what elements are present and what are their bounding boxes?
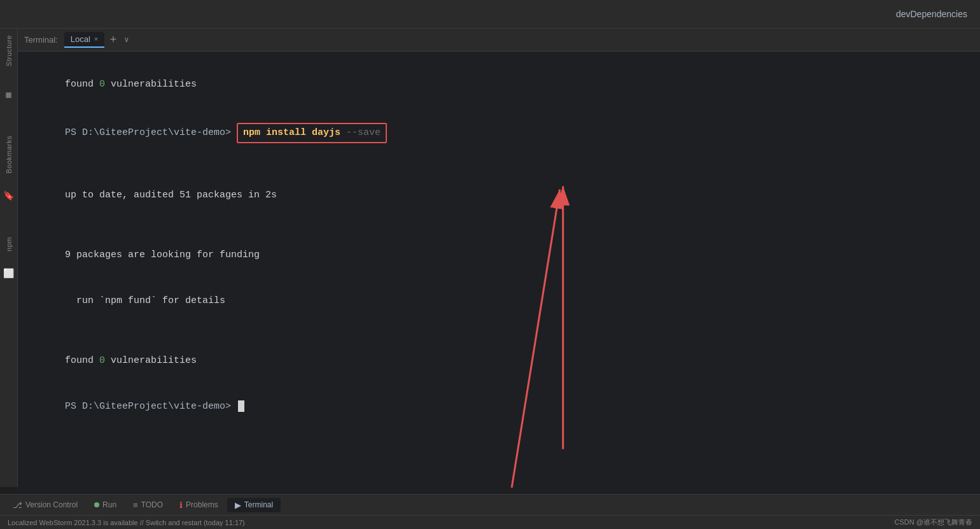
sidebar-icon-npm-icon[interactable]: ⬜ (3, 264, 14, 283)
terminal-line-5: run `npm fund` for details (31, 278, 967, 324)
sidebar-tab-bookmarks[interactable]: Bookmarks (3, 129, 15, 180)
bottom-tabs: ⎇ Version Control Run ≡ TODO ℹ Problems … (0, 495, 980, 516)
bottom-tab-version-control[interactable]: ⎇ Version Control (5, 498, 85, 512)
packages-text: 9 packages are looking for funding (65, 250, 260, 260)
terminal-add-button[interactable]: + (107, 34, 119, 46)
bottom-tab-run[interactable]: Run (87, 498, 124, 512)
sidebar-tab-structure[interactable]: Structure (3, 29, 15, 73)
todo-icon: ≡ (133, 500, 138, 510)
terminal-label-bottom: Terminal (244, 500, 273, 509)
terminal-tab-close-icon[interactable]: × (94, 36, 99, 43)
line-gap-2 (31, 218, 967, 232)
prompt-text-1: PS D:\GiteeProject\vite-demo> (65, 127, 237, 138)
top-bar-text: devDependencies (896, 9, 967, 19)
sidebar-tab-npm[interactable]: npm (3, 230, 15, 258)
sidebar-icon-grid[interactable]: ▦ (6, 85, 11, 104)
cmd-save: --save (346, 127, 381, 138)
terminal-line-2: PS D:\GiteeProject\vite-demo> npm instal… (31, 108, 967, 159)
found-text-2: found (65, 355, 99, 366)
terminal-tab-name: Local (71, 34, 90, 44)
terminal-icon: ▶ (235, 500, 241, 510)
top-bar: devDependencies (0, 0, 980, 29)
todo-label: TODO (141, 500, 163, 509)
vuln-text-2: vulnerabilities (105, 355, 197, 366)
line-gap-3 (31, 324, 967, 338)
bottom-tab-terminal[interactable]: ▶ Terminal (227, 498, 281, 512)
status-left-text: Localized WebStorm 2021.3.3 is available… (8, 519, 245, 526)
terminal-container: Terminal: Local × + ∨ found 0 vulnerabil… (18, 29, 980, 494)
terminal-line-3: up to date, audited 51 packages in 2s (31, 173, 967, 218)
terminal-label: Terminal: (24, 35, 58, 45)
terminal-line-4: 9 packages are looking for funding (31, 232, 967, 278)
prompt-text-2: PS D:\GiteeProject\vite-demo> (65, 401, 237, 412)
bottom-status: Localized WebStorm 2021.3.3 is available… (0, 516, 980, 529)
vuln-text-1: vulnerabilities (105, 79, 197, 90)
status-right-text: CSDN @谁不想飞舞青春 (895, 518, 972, 527)
line-gap-1 (31, 159, 967, 173)
run-label: Run (102, 500, 116, 509)
terminal-tab-local[interactable]: Local × (64, 32, 105, 48)
run-dot-icon (94, 502, 99, 507)
bottom-tab-todo[interactable]: ≡ TODO (125, 498, 171, 512)
left-sidebar: Structure ▦ Bookmarks 🔖 npm ⬜ (0, 29, 18, 487)
terminal-tabbar: Terminal: Local × + ∨ (18, 29, 980, 52)
terminal-dropdown-button[interactable]: ∨ (122, 35, 131, 45)
problems-label: Problems (186, 500, 218, 509)
audit-text: up to date, audited 51 packages in 2s (65, 190, 277, 201)
terminal-line-6: found 0 vulnerabilities (31, 338, 967, 384)
version-control-label: Version Control (25, 500, 78, 509)
terminal-line-1: found 0 vulnerabilities (31, 62, 967, 108)
run-fund-text: run `npm fund` for details (65, 295, 225, 306)
problems-icon: ℹ (179, 500, 183, 510)
bottom-tab-problems[interactable]: ℹ Problems (172, 498, 226, 512)
bottom-bar: ⎇ Version Control Run ≡ TODO ℹ Problems … (0, 494, 980, 529)
found-text-1: found (65, 79, 99, 90)
zero-count-1: 0 (99, 79, 105, 90)
cmd-npm: npm (243, 127, 260, 138)
cursor-blink (238, 400, 244, 412)
cmd-install: install dayjs (260, 127, 346, 138)
command-highlight-box: npm install dayjs --save (237, 123, 387, 143)
version-control-icon: ⎇ (13, 500, 22, 510)
terminal-content[interactable]: found 0 vulnerabilities PS D:\GiteeProje… (18, 52, 980, 494)
zero-count-2: 0 (99, 355, 105, 366)
terminal-line-7: PS D:\GiteeProject\vite-demo> (31, 384, 967, 430)
sidebar-icon-bookmark[interactable]: 🔖 (3, 187, 14, 205)
